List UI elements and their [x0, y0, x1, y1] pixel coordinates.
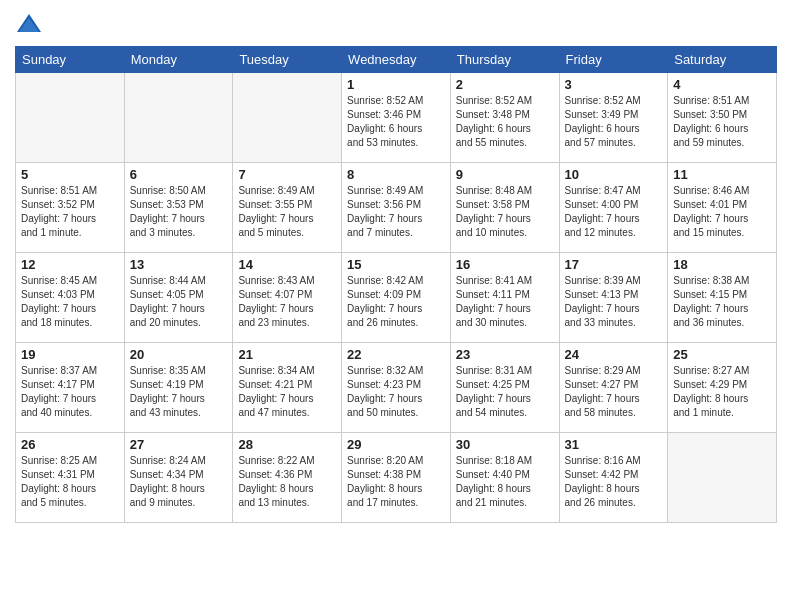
day-number: 26 [21, 437, 119, 452]
calendar-cell: 13Sunrise: 8:44 AM Sunset: 4:05 PM Dayli… [124, 253, 233, 343]
day-number: 15 [347, 257, 445, 272]
day-info: Sunrise: 8:52 AM Sunset: 3:49 PM Dayligh… [565, 94, 663, 150]
day-number: 28 [238, 437, 336, 452]
calendar-cell: 19Sunrise: 8:37 AM Sunset: 4:17 PM Dayli… [16, 343, 125, 433]
calendar-week-row: 12Sunrise: 8:45 AM Sunset: 4:03 PM Dayli… [16, 253, 777, 343]
day-number: 1 [347, 77, 445, 92]
day-info: Sunrise: 8:39 AM Sunset: 4:13 PM Dayligh… [565, 274, 663, 330]
calendar-cell: 1Sunrise: 8:52 AM Sunset: 3:46 PM Daylig… [342, 73, 451, 163]
day-info: Sunrise: 8:52 AM Sunset: 3:48 PM Dayligh… [456, 94, 554, 150]
calendar-cell: 28Sunrise: 8:22 AM Sunset: 4:36 PM Dayli… [233, 433, 342, 523]
day-info: Sunrise: 8:45 AM Sunset: 4:03 PM Dayligh… [21, 274, 119, 330]
logo [15, 10, 47, 38]
day-info: Sunrise: 8:49 AM Sunset: 3:55 PM Dayligh… [238, 184, 336, 240]
day-number: 29 [347, 437, 445, 452]
calendar-cell [16, 73, 125, 163]
calendar-week-row: 1Sunrise: 8:52 AM Sunset: 3:46 PM Daylig… [16, 73, 777, 163]
calendar-cell: 31Sunrise: 8:16 AM Sunset: 4:42 PM Dayli… [559, 433, 668, 523]
day-number: 21 [238, 347, 336, 362]
day-number: 7 [238, 167, 336, 182]
weekday-header: Monday [124, 47, 233, 73]
day-info: Sunrise: 8:16 AM Sunset: 4:42 PM Dayligh… [565, 454, 663, 510]
day-info: Sunrise: 8:51 AM Sunset: 3:50 PM Dayligh… [673, 94, 771, 150]
calendar-cell: 18Sunrise: 8:38 AM Sunset: 4:15 PM Dayli… [668, 253, 777, 343]
day-info: Sunrise: 8:50 AM Sunset: 3:53 PM Dayligh… [130, 184, 228, 240]
day-info: Sunrise: 8:31 AM Sunset: 4:25 PM Dayligh… [456, 364, 554, 420]
weekday-header: Friday [559, 47, 668, 73]
weekday-header: Sunday [16, 47, 125, 73]
calendar-cell: 30Sunrise: 8:18 AM Sunset: 4:40 PM Dayli… [450, 433, 559, 523]
calendar-cell: 4Sunrise: 8:51 AM Sunset: 3:50 PM Daylig… [668, 73, 777, 163]
day-number: 18 [673, 257, 771, 272]
day-info: Sunrise: 8:43 AM Sunset: 4:07 PM Dayligh… [238, 274, 336, 330]
day-number: 19 [21, 347, 119, 362]
calendar-cell: 6Sunrise: 8:50 AM Sunset: 3:53 PM Daylig… [124, 163, 233, 253]
header [15, 10, 777, 38]
calendar-cell: 15Sunrise: 8:42 AM Sunset: 4:09 PM Dayli… [342, 253, 451, 343]
day-info: Sunrise: 8:32 AM Sunset: 4:23 PM Dayligh… [347, 364, 445, 420]
calendar-cell: 20Sunrise: 8:35 AM Sunset: 4:19 PM Dayli… [124, 343, 233, 433]
calendar-cell: 9Sunrise: 8:48 AM Sunset: 3:58 PM Daylig… [450, 163, 559, 253]
weekday-header: Wednesday [342, 47, 451, 73]
day-info: Sunrise: 8:24 AM Sunset: 4:34 PM Dayligh… [130, 454, 228, 510]
day-number: 20 [130, 347, 228, 362]
day-info: Sunrise: 8:20 AM Sunset: 4:38 PM Dayligh… [347, 454, 445, 510]
calendar-cell: 2Sunrise: 8:52 AM Sunset: 3:48 PM Daylig… [450, 73, 559, 163]
day-info: Sunrise: 8:18 AM Sunset: 4:40 PM Dayligh… [456, 454, 554, 510]
calendar-cell: 16Sunrise: 8:41 AM Sunset: 4:11 PM Dayli… [450, 253, 559, 343]
day-number: 23 [456, 347, 554, 362]
day-info: Sunrise: 8:51 AM Sunset: 3:52 PM Dayligh… [21, 184, 119, 240]
calendar-cell: 8Sunrise: 8:49 AM Sunset: 3:56 PM Daylig… [342, 163, 451, 253]
day-number: 22 [347, 347, 445, 362]
day-info: Sunrise: 8:22 AM Sunset: 4:36 PM Dayligh… [238, 454, 336, 510]
calendar-cell [124, 73, 233, 163]
day-number: 6 [130, 167, 228, 182]
day-info: Sunrise: 8:52 AM Sunset: 3:46 PM Dayligh… [347, 94, 445, 150]
day-number: 25 [673, 347, 771, 362]
calendar-week-row: 5Sunrise: 8:51 AM Sunset: 3:52 PM Daylig… [16, 163, 777, 253]
day-info: Sunrise: 8:46 AM Sunset: 4:01 PM Dayligh… [673, 184, 771, 240]
calendar-cell [233, 73, 342, 163]
calendar-cell: 5Sunrise: 8:51 AM Sunset: 3:52 PM Daylig… [16, 163, 125, 253]
day-number: 14 [238, 257, 336, 272]
day-info: Sunrise: 8:42 AM Sunset: 4:09 PM Dayligh… [347, 274, 445, 330]
day-info: Sunrise: 8:35 AM Sunset: 4:19 PM Dayligh… [130, 364, 228, 420]
day-info: Sunrise: 8:41 AM Sunset: 4:11 PM Dayligh… [456, 274, 554, 330]
day-info: Sunrise: 8:44 AM Sunset: 4:05 PM Dayligh… [130, 274, 228, 330]
day-info: Sunrise: 8:37 AM Sunset: 4:17 PM Dayligh… [21, 364, 119, 420]
day-info: Sunrise: 8:38 AM Sunset: 4:15 PM Dayligh… [673, 274, 771, 330]
calendar-cell: 11Sunrise: 8:46 AM Sunset: 4:01 PM Dayli… [668, 163, 777, 253]
calendar-cell: 23Sunrise: 8:31 AM Sunset: 4:25 PM Dayli… [450, 343, 559, 433]
day-number: 4 [673, 77, 771, 92]
day-number: 27 [130, 437, 228, 452]
calendar: SundayMondayTuesdayWednesdayThursdayFrid… [15, 46, 777, 523]
day-number: 3 [565, 77, 663, 92]
day-info: Sunrise: 8:48 AM Sunset: 3:58 PM Dayligh… [456, 184, 554, 240]
day-number: 24 [565, 347, 663, 362]
day-info: Sunrise: 8:29 AM Sunset: 4:27 PM Dayligh… [565, 364, 663, 420]
weekday-header: Thursday [450, 47, 559, 73]
day-number: 16 [456, 257, 554, 272]
calendar-cell: 7Sunrise: 8:49 AM Sunset: 3:55 PM Daylig… [233, 163, 342, 253]
day-info: Sunrise: 8:49 AM Sunset: 3:56 PM Dayligh… [347, 184, 445, 240]
day-number: 12 [21, 257, 119, 272]
calendar-cell: 25Sunrise: 8:27 AM Sunset: 4:29 PM Dayli… [668, 343, 777, 433]
calendar-cell: 12Sunrise: 8:45 AM Sunset: 4:03 PM Dayli… [16, 253, 125, 343]
calendar-cell: 26Sunrise: 8:25 AM Sunset: 4:31 PM Dayli… [16, 433, 125, 523]
calendar-week-row: 26Sunrise: 8:25 AM Sunset: 4:31 PM Dayli… [16, 433, 777, 523]
calendar-cell: 10Sunrise: 8:47 AM Sunset: 4:00 PM Dayli… [559, 163, 668, 253]
day-number: 8 [347, 167, 445, 182]
day-number: 2 [456, 77, 554, 92]
calendar-cell: 17Sunrise: 8:39 AM Sunset: 4:13 PM Dayli… [559, 253, 668, 343]
calendar-cell: 14Sunrise: 8:43 AM Sunset: 4:07 PM Dayli… [233, 253, 342, 343]
page: SundayMondayTuesdayWednesdayThursdayFrid… [0, 0, 792, 612]
calendar-cell [668, 433, 777, 523]
day-info: Sunrise: 8:25 AM Sunset: 4:31 PM Dayligh… [21, 454, 119, 510]
weekday-header-row: SundayMondayTuesdayWednesdayThursdayFrid… [16, 47, 777, 73]
calendar-cell: 24Sunrise: 8:29 AM Sunset: 4:27 PM Dayli… [559, 343, 668, 433]
day-info: Sunrise: 8:27 AM Sunset: 4:29 PM Dayligh… [673, 364, 771, 420]
day-number: 31 [565, 437, 663, 452]
day-number: 5 [21, 167, 119, 182]
calendar-cell: 29Sunrise: 8:20 AM Sunset: 4:38 PM Dayli… [342, 433, 451, 523]
weekday-header: Saturday [668, 47, 777, 73]
